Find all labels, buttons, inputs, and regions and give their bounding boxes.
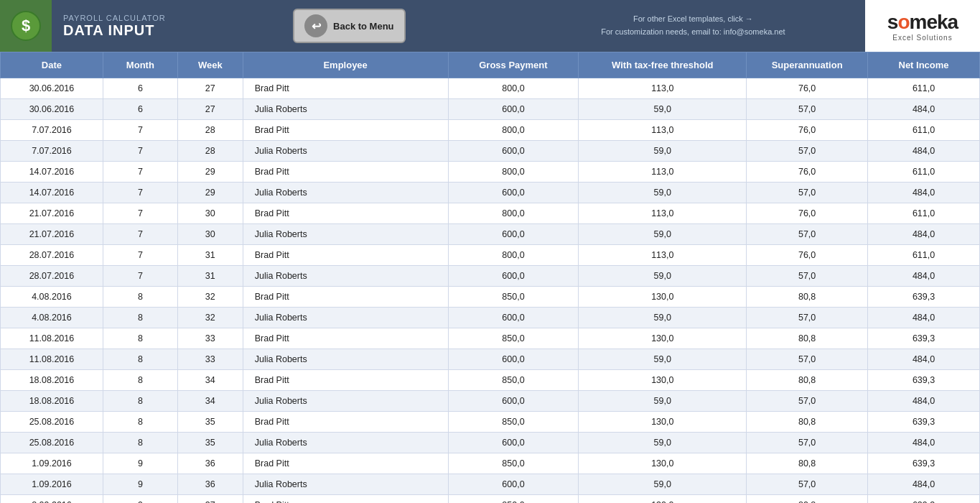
table-cell: 59,0 <box>579 141 747 162</box>
table-cell: 18.08.2016 <box>1 391 103 412</box>
table-cell: 9 <box>103 495 177 504</box>
table-cell: 639,3 <box>868 370 980 391</box>
table-cell: Brad Pitt <box>243 453 448 474</box>
table-cell: 59,0 <box>579 224 747 245</box>
table-cell: 21.07.2016 <box>1 203 103 224</box>
someka-o-highlight: o <box>897 11 909 33</box>
table-cell: 59,0 <box>579 349 747 370</box>
table-cell: 59,0 <box>579 183 747 203</box>
table-cell: 18.08.2016 <box>1 370 103 391</box>
table-cell: 639,3 <box>868 453 980 474</box>
table-cell: 32 <box>177 308 243 328</box>
table-cell: Brad Pitt <box>243 370 448 391</box>
table-cell: 113,0 <box>579 245 747 266</box>
table-cell: 7 <box>103 245 177 266</box>
table-cell: 57,0 <box>747 183 868 203</box>
table-row: 21.07.2016730Brad Pitt800,0113,076,0611,… <box>1 203 980 224</box>
table-cell: Brad Pitt <box>243 287 448 308</box>
table-cell: 11.08.2016 <box>1 328 103 349</box>
table-row: 11.08.2016833Brad Pitt850,0130,080,8639,… <box>1 328 980 349</box>
table-cell: 611,0 <box>868 162 980 183</box>
table-cell: Brad Pitt <box>243 78 448 99</box>
table-cell: 600,0 <box>448 308 579 328</box>
col-header-month: Month <box>103 52 177 78</box>
table-cell: 113,0 <box>579 203 747 224</box>
table-cell: 113,0 <box>579 78 747 99</box>
table-cell: 7.07.2016 <box>1 141 103 162</box>
table-cell: 850,0 <box>448 287 579 308</box>
table-row: 18.08.2016834Julia Roberts600,059,057,04… <box>1 391 980 412</box>
table-cell: 639,3 <box>868 328 980 349</box>
header-title-block: PAYROLL CALCULATOR DATA INPUT <box>52 14 177 39</box>
table-cell: 8 <box>103 328 177 349</box>
table-cell: 484,0 <box>868 474 980 495</box>
table-cell: 33 <box>177 328 243 349</box>
table-cell: 4.08.2016 <box>1 308 103 328</box>
table-cell: 1.09.2016 <box>1 474 103 495</box>
col-header-employee: Employee <box>243 52 448 78</box>
table-cell: 6 <box>103 99 177 120</box>
table-row: 1.09.2016936Brad Pitt850,0130,080,8639,3 <box>1 453 980 474</box>
table-cell: 57,0 <box>747 308 868 328</box>
table-cell: 76,0 <box>747 203 868 224</box>
table-cell: Julia Roberts <box>243 391 448 412</box>
table-cell: 7 <box>103 266 177 287</box>
table-cell: 11.08.2016 <box>1 349 103 370</box>
table-cell: 76,0 <box>747 162 868 183</box>
table-cell: 8 <box>103 349 177 370</box>
table-cell: Julia Roberts <box>243 433 448 453</box>
col-header-date: Date <box>1 52 103 78</box>
table-cell: 113,0 <box>579 162 747 183</box>
table-cell: 57,0 <box>747 99 868 120</box>
table-cell: 14.07.2016 <box>1 162 103 183</box>
dollar-icon: $ <box>10 10 42 42</box>
table-cell: 59,0 <box>579 266 747 287</box>
table-cell: Brad Pitt <box>243 245 448 266</box>
table-cell: 33 <box>177 349 243 370</box>
table-cell: 8 <box>103 391 177 412</box>
table-cell: 6 <box>103 78 177 99</box>
table-cell: 25.08.2016 <box>1 412 103 433</box>
header-center: ↩ Back to Menu <box>177 9 521 43</box>
table-cell: 7.07.2016 <box>1 120 103 141</box>
table-cell: 57,0 <box>747 224 868 245</box>
table-cell: 34 <box>177 370 243 391</box>
table-header-row: Date Month Week Employee Gross Payment W… <box>1 52 980 78</box>
table-row: 25.08.2016835Julia Roberts600,059,057,04… <box>1 433 980 453</box>
table-cell: 850,0 <box>448 495 579 504</box>
table-cell: Brad Pitt <box>243 120 448 141</box>
back-button-label: Back to Menu <box>333 21 394 32</box>
table-cell: 113,0 <box>579 120 747 141</box>
table-cell: 800,0 <box>448 203 579 224</box>
table-cell: 600,0 <box>448 99 579 120</box>
table-cell: 34 <box>177 391 243 412</box>
table-cell: 484,0 <box>868 308 980 328</box>
table-row: 28.07.2016731Brad Pitt800,0113,076,0611,… <box>1 245 980 266</box>
table-cell: 80,8 <box>747 328 868 349</box>
table-cell: 76,0 <box>747 245 868 266</box>
table-cell: 7 <box>103 162 177 183</box>
table-cell: 8 <box>103 433 177 453</box>
table-cell: 7 <box>103 141 177 162</box>
table-cell: 800,0 <box>448 78 579 99</box>
table-row: 11.08.2016833Julia Roberts600,059,057,04… <box>1 349 980 370</box>
table-cell: 57,0 <box>747 266 868 287</box>
table-cell: 639,3 <box>868 412 980 433</box>
table-row: 21.07.2016730Julia Roberts600,059,057,04… <box>1 224 980 245</box>
table-cell: 600,0 <box>448 183 579 203</box>
back-to-menu-button[interactable]: ↩ Back to Menu <box>293 9 406 43</box>
someka-logo: someka Excel Solutions <box>865 0 980 52</box>
table-cell: 8 <box>103 412 177 433</box>
table-cell: 57,0 <box>747 433 868 453</box>
table-cell: 28.07.2016 <box>1 266 103 287</box>
table-row: 7.07.2016728Brad Pitt800,0113,076,0611,0 <box>1 120 980 141</box>
table-cell: 80,8 <box>747 370 868 391</box>
header-info-text: For other Excel templates, click → For c… <box>521 13 865 38</box>
back-arrow-icon: ↩ <box>304 14 327 37</box>
table-cell: 611,0 <box>868 78 980 99</box>
table-cell: 30.06.2016 <box>1 78 103 99</box>
table-body: 30.06.2016627Brad Pitt800,0113,076,0611,… <box>1 78 980 504</box>
table-cell: 1.09.2016 <box>1 453 103 474</box>
table-cell: 59,0 <box>579 433 747 453</box>
table-cell: 80,8 <box>747 412 868 433</box>
